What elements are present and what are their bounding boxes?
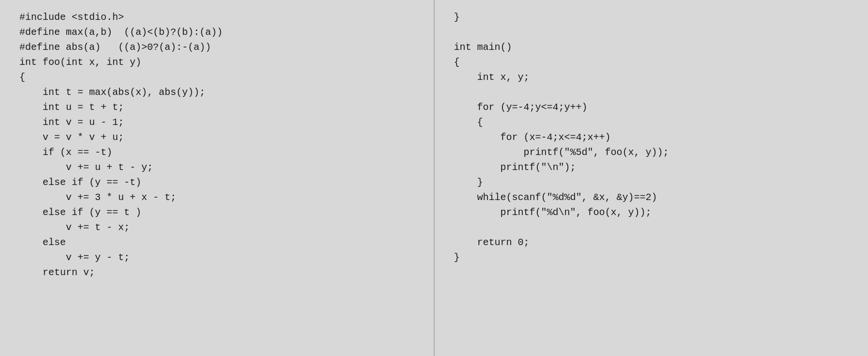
left-code-content: #include <stdio.h> #define max(a,b) ((a)… — [19, 10, 414, 280]
right-code-content: } int main() { int x, y; for (y=-4;y<=4;… — [454, 10, 849, 265]
right-code-panel: } int main() { int x, y; for (y=-4;y<=4;… — [435, 0, 868, 356]
left-code-panel: #include <stdio.h> #define max(a,b) ((a)… — [0, 0, 434, 356]
